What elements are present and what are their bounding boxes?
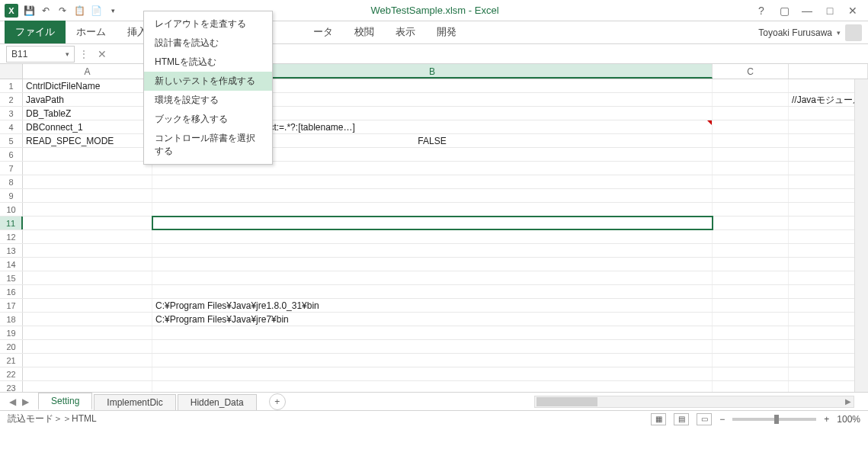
cell[interactable] — [152, 258, 713, 271]
zoom-knob[interactable] — [774, 415, 779, 424]
cell[interactable] — [713, 217, 789, 229]
cell[interactable] — [713, 107, 789, 120]
cell[interactable] — [713, 230, 789, 243]
cell[interactable] — [23, 148, 152, 161]
user-dropdown-icon[interactable]: ▾ — [837, 29, 841, 37]
name-box[interactable]: B11 ▾ — [6, 46, 75, 63]
cell[interactable] — [152, 381, 713, 392]
undo-icon[interactable]: ↶ — [40, 5, 52, 17]
cell[interactable] — [152, 340, 713, 353]
cell[interactable] — [23, 230, 152, 243]
cell[interactable] — [23, 258, 152, 271]
cell[interactable] — [713, 244, 789, 257]
menu-item[interactable]: ブックを移入する — [144, 110, 272, 129]
tab-developer[interactable]: 開発 — [426, 21, 467, 43]
row-header[interactable]: 16 — [0, 285, 23, 298]
horizontal-scrollbar[interactable]: ◀ ▶ — [534, 396, 854, 408]
row-header[interactable]: 13 — [0, 244, 23, 257]
spreadsheet-grid[interactable]: A B C 1CntrlDictFileName2JavaPathre1.8.0… — [0, 64, 868, 392]
row-header[interactable]: 21 — [0, 354, 23, 367]
row-header[interactable]: 6 — [0, 148, 23, 161]
cell[interactable] — [152, 326, 713, 339]
cell[interactable] — [23, 299, 152, 312]
zoom-slider[interactable] — [732, 418, 816, 421]
row-header[interactable]: 22 — [0, 367, 23, 380]
user-account[interactable]: Toyoaki Furusawa ▾ — [758, 24, 862, 41]
cell[interactable]: C:¥Program Files¥Java¥jre1.8.0_31¥bin — [152, 299, 713, 312]
redo-icon[interactable]: ↷ — [56, 5, 69, 17]
cell[interactable] — [23, 271, 152, 284]
col-header-C[interactable]: C — [713, 64, 789, 79]
maximize-icon[interactable]: □ — [822, 5, 838, 17]
sheet-tab-setting[interactable]: Setting — [38, 393, 92, 410]
cell[interactable] — [713, 93, 789, 106]
cell[interactable] — [152, 230, 713, 243]
view-pagelayout-icon[interactable]: ▤ — [674, 413, 689, 425]
zoom-in-icon[interactable]: + — [824, 414, 829, 425]
row-header[interactable]: 3 — [0, 107, 23, 120]
menu-item[interactable]: レイアウトを走査する — [144, 14, 272, 34]
col-header-D[interactable] — [789, 64, 868, 79]
cell[interactable]: JavaPath — [23, 93, 152, 106]
cell[interactable] — [713, 271, 789, 284]
row-header[interactable]: 4 — [0, 120, 23, 133]
cell[interactable] — [713, 162, 789, 175]
cell[interactable] — [152, 175, 713, 188]
tab-home[interactable]: ホーム — [66, 21, 117, 43]
cell[interactable] — [23, 217, 152, 229]
paste-icon[interactable]: 📄 — [90, 5, 102, 17]
name-box-dropdown-icon[interactable]: ▾ — [66, 50, 69, 58]
cell[interactable] — [23, 285, 152, 298]
cell[interactable] — [713, 326, 789, 339]
cell[interactable] — [713, 79, 789, 92]
cell[interactable] — [713, 381, 789, 392]
zoom-percent[interactable]: 100% — [837, 414, 860, 425]
cell[interactable] — [23, 340, 152, 353]
row-header[interactable]: 1 — [0, 79, 23, 92]
qat-dropdown-icon[interactable]: ▾ — [107, 5, 119, 17]
cell[interactable] — [713, 285, 789, 298]
cell[interactable] — [23, 162, 152, 175]
row-header[interactable]: 11 — [0, 217, 23, 229]
sheet-next-icon[interactable]: ▶ — [22, 396, 29, 407]
tab-view[interactable]: 表示 — [385, 21, 426, 43]
tab-file[interactable]: ファイル — [5, 21, 66, 43]
row-header[interactable]: 17 — [0, 299, 23, 312]
row-header[interactable]: 18 — [0, 313, 23, 326]
add-sheet-icon[interactable]: + — [269, 393, 286, 410]
minimize-icon[interactable]: — — [799, 5, 815, 17]
row-header[interactable]: 19 — [0, 326, 23, 339]
sheet-prev-icon[interactable]: ◀ — [9, 396, 16, 407]
menu-item[interactable]: 新しいテストを作成する — [144, 72, 272, 91]
cell[interactable] — [713, 367, 789, 380]
save-icon[interactable]: 💾 — [23, 5, 35, 17]
menu-item[interactable]: 環境を設定する — [144, 91, 272, 110]
cell[interactable] — [23, 313, 152, 326]
cell[interactable] — [152, 244, 713, 257]
cell[interactable] — [713, 120, 789, 133]
cell[interactable]: CntrlDictFileName — [23, 79, 152, 92]
tab-review[interactable]: 校閲 — [344, 21, 385, 43]
cell[interactable] — [23, 203, 152, 216]
help-icon[interactable]: ? — [754, 5, 769, 17]
cell[interactable] — [713, 354, 789, 367]
hscroll-thumb[interactable] — [536, 397, 597, 406]
cell[interactable] — [152, 285, 713, 298]
cell[interactable] — [713, 175, 789, 188]
zoom-out-icon[interactable]: − — [719, 414, 725, 425]
select-all-corner[interactable] — [0, 64, 23, 79]
cell[interactable] — [152, 203, 713, 216]
avatar-icon[interactable] — [845, 24, 862, 41]
menu-item[interactable]: HTMLを読込む — [144, 53, 272, 72]
cancel-icon[interactable]: ✕ — [98, 48, 107, 60]
cell[interactable] — [23, 367, 152, 380]
cell[interactable]: C:¥Program Files¥Java¥jre7¥bin — [152, 313, 713, 326]
cell[interactable]: DB_TableZ — [23, 107, 152, 120]
sheet-tab-implementdic[interactable]: ImplementDic — [94, 394, 175, 410]
cell[interactable] — [152, 217, 713, 229]
menu-item[interactable]: コントロール辞書を選択する — [144, 129, 272, 161]
cell[interactable] — [152, 189, 713, 202]
menu-item[interactable]: 設計書を読込む — [144, 34, 272, 53]
row-header[interactable]: 8 — [0, 175, 23, 188]
copy-icon[interactable]: 📋 — [73, 5, 85, 17]
